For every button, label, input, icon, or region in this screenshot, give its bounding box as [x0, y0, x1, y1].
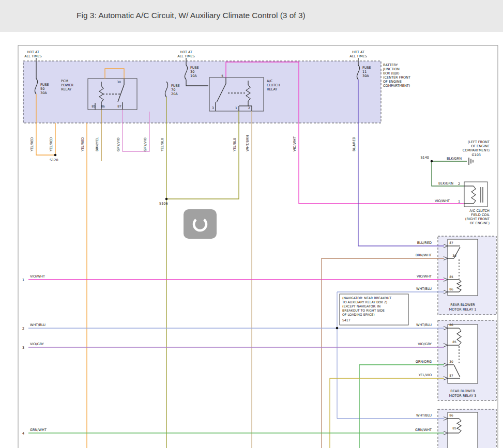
diagram-label: PCM	[61, 79, 68, 83]
loading-spinner	[184, 209, 217, 239]
diagram-label: 86	[449, 287, 453, 291]
diagram-label: REAR BLOWER	[450, 303, 475, 307]
diagram-label: BATTERY	[383, 63, 398, 67]
diagram-label: S140	[420, 156, 429, 160]
diagram-label: 86	[449, 323, 453, 327]
diagram-label: 85	[452, 426, 456, 430]
splice-dot	[165, 198, 168, 200]
diagram-label: 85	[452, 340, 456, 344]
diagram-label: VIO/WHT	[435, 199, 450, 203]
diagram-label: RELAY	[267, 87, 277, 91]
diagram-label: YEL/VIO	[418, 373, 432, 377]
splice-dot	[431, 160, 433, 163]
diagram-label: YEL/RED	[30, 137, 34, 152]
diagram-label: 86	[449, 413, 453, 417]
diagram-label: 86	[101, 104, 105, 108]
diagram-label: COMPARTMENT)	[383, 84, 410, 88]
diagram-label: YEL/RED	[49, 137, 53, 152]
diagram-label: 30A	[362, 74, 369, 78]
diagram-label: VIO/GRY	[418, 342, 432, 346]
figure-title: Fig 3: Automatic A/C Circuit, W/ Auxilia…	[77, 11, 306, 20]
refresh-arc-icon	[190, 214, 210, 234]
diagram-label: OF ENGINE	[383, 80, 402, 84]
diagram-label: 1	[235, 106, 237, 110]
diagram-label: 85	[92, 104, 96, 108]
diagram-label: A/C	[267, 79, 273, 83]
diagram-label: BLK/GRN	[438, 181, 453, 186]
diagram-label: REAR BLOWER	[450, 389, 475, 393]
diagram-label: GRY/VIO	[143, 137, 147, 151]
diagram-label: 2	[22, 327, 24, 331]
diagram-label: 5	[221, 74, 223, 78]
diagram-label: FUSE	[40, 83, 49, 87]
diagram-label: HOT AT	[180, 50, 192, 54]
diagram-label: BLU/RED	[352, 137, 356, 151]
diagram-label: 20A	[171, 92, 178, 96]
diagram-label: 30	[190, 70, 194, 74]
diagram-label: 70	[171, 88, 175, 92]
diagram-label: (CENTER FRONT	[383, 75, 410, 80]
diagram-label: VIO/WHT	[30, 274, 45, 279]
diagram-label: FUSE	[190, 66, 199, 70]
diagram-label: 3	[212, 106, 214, 110]
diagram-label: BRN/YEL	[95, 137, 99, 151]
diagram-label: WHT/BLU	[416, 287, 432, 291]
diagram-label: OF ENGINE	[471, 144, 490, 148]
diagram-label: VIO/WHT	[417, 274, 432, 279]
diagram-label: ALL TIMES	[24, 54, 41, 58]
diagram-label: 10A	[190, 74, 197, 78]
diagram-label: VIO/GRY	[30, 342, 44, 346]
diagram-label: GRY/VIO	[116, 137, 120, 151]
diagram-label: RELAY	[61, 87, 71, 91]
diagram-label: HOT AT	[27, 50, 39, 54]
diagram-label: 2	[458, 182, 460, 186]
diagram-label: OF ENGINE)	[470, 221, 490, 225]
diagram-label: 1	[458, 199, 460, 204]
diagram-label: WHT/BLU	[416, 323, 432, 327]
diagram-label: S120	[50, 158, 58, 162]
diagram-label: G103	[472, 153, 481, 157]
page: HOT ATALL TIMESHOT ATALL TIMESHOT ATALL …	[0, 0, 503, 448]
diagram-label: 4	[22, 431, 24, 436]
diagram-label: MOTOR RELAY 3	[449, 394, 477, 398]
diagram-label: ALL TIMES	[349, 54, 367, 58]
diagram-label: HOT AT	[352, 50, 364, 54]
diagram-label: 87	[449, 374, 453, 377]
diagram-label: S106	[159, 202, 168, 206]
diagram-label: FIELD COIL	[471, 213, 490, 217]
diagram-label: FUSE	[362, 66, 371, 70]
diagram-label: BREAKOUT TO RIGHT SIDE	[342, 308, 385, 312]
splice-dot	[336, 327, 339, 330]
diagram-label: (RIGHT FRONT	[465, 217, 490, 221]
diagram-label: (NAVIGATOR: NEAR BREAKOUT	[342, 296, 391, 300]
splice-dot	[54, 154, 57, 157]
diagram-label: WHT/BLU	[416, 413, 432, 418]
diagram-label: GRN/WHT	[415, 428, 432, 432]
diagram-label: 50	[40, 87, 44, 91]
diagram-label: 85	[449, 275, 453, 279]
ac-clutch-field-coil-box	[464, 182, 487, 207]
diagram-label: WHT/BLU	[30, 323, 45, 327]
diagram-label: CLUTCH	[267, 83, 280, 87]
diagram-label: COMPARTMENT)	[463, 148, 490, 152]
wiring-svg: HOT ATALL TIMESHOT ATALL TIMESHOT ATALL …	[0, 0, 503, 448]
diagram-label: GRN/WHT	[30, 428, 47, 432]
rear-blower-relay2-inner	[448, 412, 478, 448]
diagram-label: 87	[449, 241, 453, 244]
figure-title-bar: Fig 3: Automatic A/C Circuit, W/ Auxilia…	[0, 0, 503, 32]
diagram-label: 30	[449, 360, 453, 363]
diagram-label: 2	[248, 106, 250, 110]
diagram-label: FUSE	[171, 84, 180, 88]
diagram-label: JUNCTION	[383, 67, 400, 71]
diagram-label: A/C CLUTCH	[469, 209, 490, 213]
diagram-label: WHT/BRN	[246, 135, 250, 151]
diagram-label: 30	[452, 254, 456, 257]
diagram-label: OF LOADING SPACE)	[342, 313, 375, 316]
diagram-label: VIO/WHT	[293, 136, 297, 151]
diagram-label: 30A	[40, 91, 47, 95]
diagram-label: (LEFT FRONT	[468, 140, 490, 144]
diagram-label: (EXCEPT NAVIGATOR: IN	[342, 304, 381, 308]
diagram-label: 87	[117, 104, 121, 108]
diagram-label: BLU/RED	[417, 241, 432, 245]
diagram-label: MOTOR RELAY 1	[449, 307, 477, 312]
